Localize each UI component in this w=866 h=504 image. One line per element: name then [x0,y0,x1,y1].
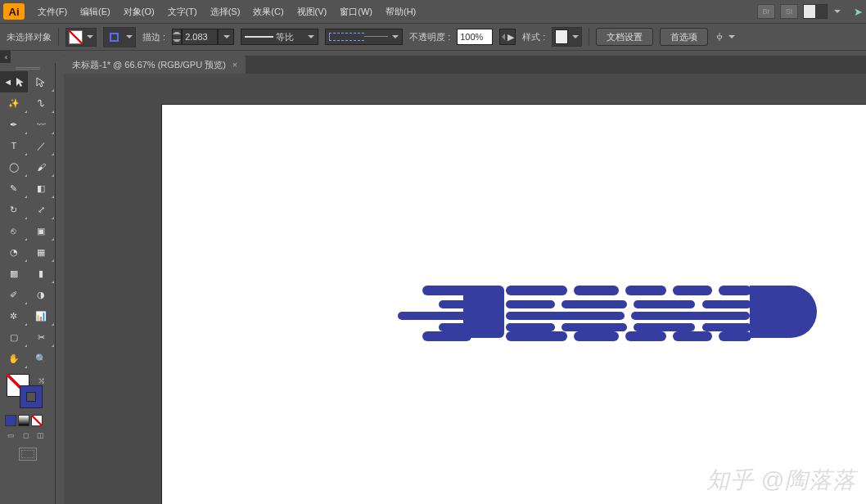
free-transform-tool[interactable]: ▣ [28,220,56,241]
menu-select[interactable]: 选择(S) [204,2,247,21]
stroke-color-icon[interactable] [20,385,43,408]
lasso-tool[interactable]: ᔐ [28,92,56,114]
document-tab-title: 未标题-1* @ 66.67% (RGB/GPU 预览) [72,59,226,71]
profile-icon [329,31,388,43]
svg-rect-11 [702,300,751,308]
mesh-tool[interactable]: ▩ [0,263,28,284]
curvature-tool[interactable]: 〰 [28,114,56,135]
fill-swatch[interactable] [65,28,97,47]
close-tab-icon[interactable]: × [232,60,237,70]
shaper-tool[interactable]: ✎ [0,178,28,199]
symbol-sprayer-tool[interactable]: ✲ [0,305,28,326]
menu-type[interactable]: 文字(T) [161,2,204,21]
svg-rect-24 [673,331,712,341]
chevron-down-icon [308,35,314,38]
chevron-down-icon [572,35,579,38]
column-graph-tool[interactable]: 📊 [28,305,56,326]
swatch-none[interactable] [31,415,43,426]
svg-rect-3 [574,286,619,295]
svg-rect-21 [506,331,567,341]
svg-rect-20 [422,331,471,341]
perspective-grid-tool[interactable]: ▦ [28,241,56,263]
swap-fill-stroke-icon[interactable]: ⤭ [38,376,45,386]
menu-edit[interactable]: 编辑(E) [74,2,117,21]
menu-effect[interactable]: 效果(C) [246,2,290,21]
paintbrush-tool[interactable]: 🖌 [28,156,56,178]
artboard-tool[interactable]: ▢ [0,326,28,348]
type-tool[interactable]: T [0,135,28,156]
svg-rect-8 [506,300,555,308]
ellipse-tool[interactable]: ◯ [0,156,28,178]
menu-view[interactable]: 视图(V) [291,2,334,21]
hand-tool[interactable]: ✋ [0,348,28,369]
eraser-tool[interactable]: ◧ [28,178,56,199]
document-setup-button[interactable]: 文档设置 [596,28,653,46]
svg-rect-17 [562,323,627,331]
swatch-gradient[interactable] [18,415,29,426]
control-bar: 未选择对象 描边 : 2.083 等比 不透明度 : 100% ▶ 样式 : 文… [0,23,866,51]
gradient-tool[interactable]: ▮ [28,263,56,284]
draw-behind-icon[interactable]: ◻ [20,430,31,441]
canvas-area[interactable]: 知乎 @陶落落 [64,74,866,504]
svg-rect-1 [422,286,471,295]
svg-rect-12 [398,312,476,320]
brush-definition[interactable] [325,29,403,45]
chevron-down-icon[interactable] [834,10,841,13]
dash-label: 等比 [276,31,304,43]
fill-stroke-control[interactable]: ⤭ [5,374,50,412]
direct-selection-tool[interactable] [28,71,56,92]
search-icon[interactable]: ➤ [854,6,863,18]
variable-width-profile[interactable]: 等比 [241,29,318,45]
screen-mode-button[interactable] [19,448,37,461]
workspace-switcher[interactable] [803,4,828,19]
bridge-button[interactable]: Br [757,4,775,19]
menu-file[interactable]: 文件(F) [31,2,74,21]
width-tool[interactable]: ⎋ [0,220,28,241]
blend-tool[interactable]: ◑ [28,284,56,305]
svg-rect-7 [439,300,471,308]
stroke-width-dropdown[interactable] [218,29,234,45]
stroke-swatch[interactable] [103,27,136,47]
panel-collapse-button[interactable]: ‹‹ [0,51,11,63]
shape-builder-tool[interactable]: ◔ [0,241,28,263]
scale-tool[interactable]: ⤢ [28,199,56,220]
menu-help[interactable]: 帮助(H) [379,2,422,21]
svg-rect-15 [439,323,471,331]
panel-grip[interactable] [0,65,55,71]
zoom-tool[interactable]: 🔍 [28,348,56,369]
opacity-dropdown[interactable]: ▶ [499,29,516,45]
svg-rect-14 [631,312,750,320]
rotate-tool[interactable]: ↻ [0,199,28,220]
magic-wand-tool[interactable]: ✨ [0,92,28,114]
graphic-style[interactable] [552,27,582,47]
svg-rect-13 [506,312,625,320]
tools-panel: ◄ ✨ ᔐ ✒ 〰 T ／ ◯ 🖌 ✎ ◧ ↻ ⤢ ⎋ ▣ ◔ ▦ ▩ ▮ ✐ … [0,63,56,504]
menu-window[interactable]: 窗口(W) [333,2,379,21]
stroke-width-stepper[interactable]: 2.083 [172,29,234,45]
preferences-button[interactable]: 首选项 [660,28,708,46]
document-tabs: 未标题-1* @ 66.67% (RGB/GPU 预览) × [64,56,866,74]
slice-tool[interactable]: ✂ [28,326,56,348]
draw-inside-icon[interactable]: ◫ [34,430,46,441]
menu-bar: Ai 文件(F) 编辑(E) 对象(O) 文字(T) 选择(S) 效果(C) 视… [0,0,866,23]
align-pin-button[interactable] [715,32,735,42]
menu-object[interactable]: 对象(O) [117,2,161,21]
stock-button[interactable]: St [780,4,798,19]
swatch-color[interactable] [5,415,16,426]
opacity-label: 不透明度 : [409,31,450,43]
svg-rect-23 [625,331,666,341]
selection-tool[interactable]: ◄ [0,71,28,92]
stroke-width-field[interactable]: 2.083 [182,29,218,45]
chevron-down-icon [728,35,735,38]
line-segment-tool[interactable]: ／ [28,135,56,156]
opacity-field[interactable]: 100% [457,29,493,45]
draw-normal-icon[interactable]: ▭ [5,430,16,441]
svg-rect-5 [673,286,712,295]
artboard[interactable] [162,105,866,504]
line-weight-icon [245,36,273,38]
document-tab[interactable]: 未标题-1* @ 66.67% (RGB/GPU 预览) × [64,56,246,74]
svg-rect-16 [506,323,555,331]
pen-tool[interactable]: ✒ [0,114,28,135]
eyedropper-tool[interactable]: ✐ [0,284,28,305]
chevron-down-icon [87,35,93,38]
